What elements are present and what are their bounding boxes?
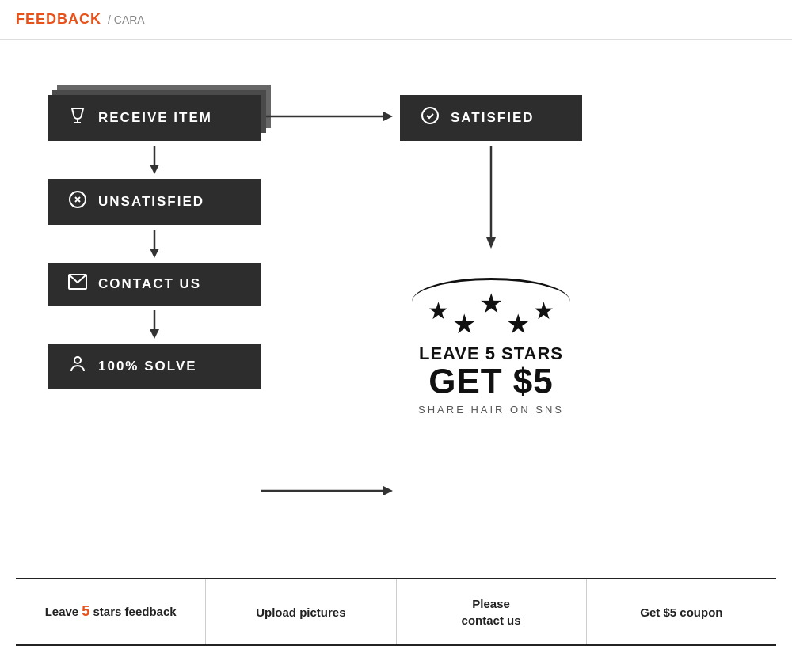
share-hair-text: SHARE HAIR ON SNS	[418, 404, 564, 416]
svg-marker-17	[486, 237, 496, 249]
bottom-item-contact: Pleasecontact us	[397, 579, 587, 644]
bottom-item-feedback: Leave 5 stars feedback	[16, 579, 206, 644]
bottom-bar: Leave 5 stars feedback Upload pictures P…	[16, 578, 776, 646]
diagram-container: RECEIVE ITEM	[48, 71, 744, 546]
svg-marker-9	[150, 329, 159, 339]
star-4: ★	[506, 310, 530, 337]
bottom-contact-text: Pleasecontact us	[462, 595, 521, 628]
check-circle-icon	[419, 106, 441, 130]
page-wrapper: FEEDBACK / CARA RECEIVE ITEM	[0, 0, 792, 646]
svg-marker-1	[150, 165, 159, 174]
contact-us-box: CONTACT US	[48, 263, 261, 306]
solve-box: 100% SOLVE	[48, 344, 261, 389]
receive-item-label: RECEIVE ITEM	[98, 110, 212, 126]
satisfied-box: SATISFIED	[400, 95, 582, 141]
bottom-item-upload: Upload pictures	[206, 579, 396, 644]
bottom-feedback-text: Leave 5 stars feedback	[45, 602, 177, 621]
satisfied-label: SATISFIED	[451, 110, 535, 126]
diagram-area: RECEIVE ITEM	[0, 40, 792, 578]
unsatisfied-box: UNSATISFIED	[48, 179, 261, 225]
header-subtitle: / CARA	[108, 13, 145, 26]
solve-label: 100% SOLVE	[98, 359, 197, 374]
arrow-down-satisfied	[400, 141, 582, 253]
unsatisfied-label: UNSATISFIED	[98, 194, 204, 210]
star-5: ★	[533, 299, 554, 323]
stars-row: ★ ★ ★ ★ ★	[428, 310, 554, 337]
arrow-down-2	[48, 225, 261, 263]
right-column: SATISFIED ★ ★ ★	[388, 95, 594, 546]
svg-marker-6	[150, 249, 159, 258]
arrow-down-3	[48, 306, 261, 344]
highlight-5: 5	[82, 603, 89, 619]
star-center: ★	[479, 290, 503, 317]
receive-item-wrapper: RECEIVE ITEM	[48, 95, 261, 141]
bottom-coupon-text: Get $5 coupon	[640, 604, 722, 621]
svg-point-10	[74, 357, 81, 363]
left-flow-column: RECEIVE ITEM	[48, 95, 261, 546]
stars-section: ★ ★ ★ ★ ★ LEAVE 5 STARS GET $5 SHARE HAI…	[388, 266, 594, 423]
bottom-item-coupon: Get $5 coupon	[587, 579, 776, 644]
get-5-text: GET $5	[428, 364, 554, 399]
bottom-upload-text: Upload pictures	[256, 604, 345, 621]
x-circle-icon	[67, 190, 89, 214]
envelope-icon	[67, 274, 89, 294]
svg-point-15	[422, 108, 438, 123]
star-1: ★	[428, 299, 449, 323]
star-2: ★	[452, 310, 476, 337]
stars-arc: ★ ★ ★ ★ ★	[404, 274, 578, 337]
header-title: FEEDBACK	[16, 11, 101, 28]
receive-item-box: RECEIVE ITEM	[48, 95, 261, 141]
person-icon	[67, 355, 89, 378]
header: FEEDBACK / CARA	[0, 0, 792, 40]
arrow-down-1	[48, 141, 261, 179]
goblet-icon	[67, 106, 89, 130]
contact-us-label: CONTACT US	[98, 276, 201, 292]
